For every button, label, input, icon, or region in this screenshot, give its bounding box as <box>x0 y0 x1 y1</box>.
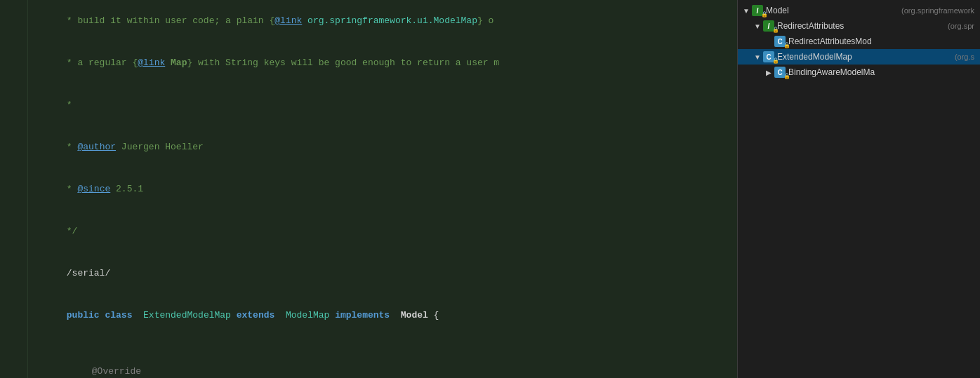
lock-overlay-binding: 🔒 <box>783 73 789 79</box>
code-line-5: * @since 2.5.1 <box>0 168 737 210</box>
lock-overlay-redirect: 🔒 <box>772 27 778 32</box>
tree-label-binding: BindingAwareModelMa <box>788 67 974 77</box>
code-line-4: * @author Juergen Hoeller <box>0 126 737 168</box>
line-number-1 <box>0 0 28 42</box>
line-number-2 <box>0 42 28 84</box>
tree-package-extended: (org.s <box>955 53 974 61</box>
tree-arrow-model <box>741 7 752 15</box>
line-number-class <box>0 295 28 337</box>
type-hierarchy-panel: I 🔒 Model (org.springframework I 🔒 Redir… <box>737 0 980 378</box>
code-line-serial: /serial/ <box>0 252 737 295</box>
tree-item-redirect-model[interactable]: C 🔒 RedirectAttributesMod <box>738 34 980 49</box>
code-line-1: * build it within user code; a plain {@l… <box>0 0 737 42</box>
tree-package-redirect: (org.spr <box>948 22 974 30</box>
tree-item-redirect-attrs[interactable]: I 🔒 RedirectAttributes (org.spr <box>738 18 980 34</box>
tree-arrow-redirect <box>752 22 763 30</box>
line-number-serial <box>0 252 28 295</box>
code-line-empty1 <box>0 337 737 351</box>
tree-package-model: (org.springframework <box>901 6 974 15</box>
line-number-5 <box>0 168 28 210</box>
lock-overlay-extended: 🔒 <box>772 58 778 63</box>
line-number-3 <box>0 84 28 126</box>
code-editor[interactable]: * build it within user code; a plain {@l… <box>0 0 737 378</box>
tree-label-redirect-model: RedirectAttributesMod <box>788 36 974 46</box>
tree-item-model[interactable]: I 🔒 Model (org.springframework <box>738 3 980 18</box>
tree-label-redirect: RedirectAttributes <box>777 21 946 31</box>
tree-arrow-extended <box>752 53 763 61</box>
tree-item-extended-model-map[interactable]: C 🔒 ExtendedModelMap (org.s <box>738 49 980 65</box>
code-line-class-decl: public class ExtendedModelMap extends Mo… <box>0 295 737 337</box>
tree-label-model: Model <box>766 6 900 15</box>
tree-label-extended: ExtendedModelMap <box>777 52 953 62</box>
tree-arrow-binding <box>763 69 774 76</box>
code-line-2: * a regular {@link Map} with String keys… <box>0 42 737 84</box>
code-line-override1: @Override <box>0 351 737 378</box>
code-line-6: */ <box>0 210 737 252</box>
lock-overlay-redirect-model: 🔒 <box>783 42 789 48</box>
tree-item-binding-aware[interactable]: C 🔒 BindingAwareModelMa <box>738 65 980 80</box>
line-number-6 <box>0 210 28 252</box>
line-number-4 <box>0 126 28 168</box>
code-line-3: * <box>0 84 737 126</box>
lock-overlay-model: 🔒 <box>761 11 767 17</box>
